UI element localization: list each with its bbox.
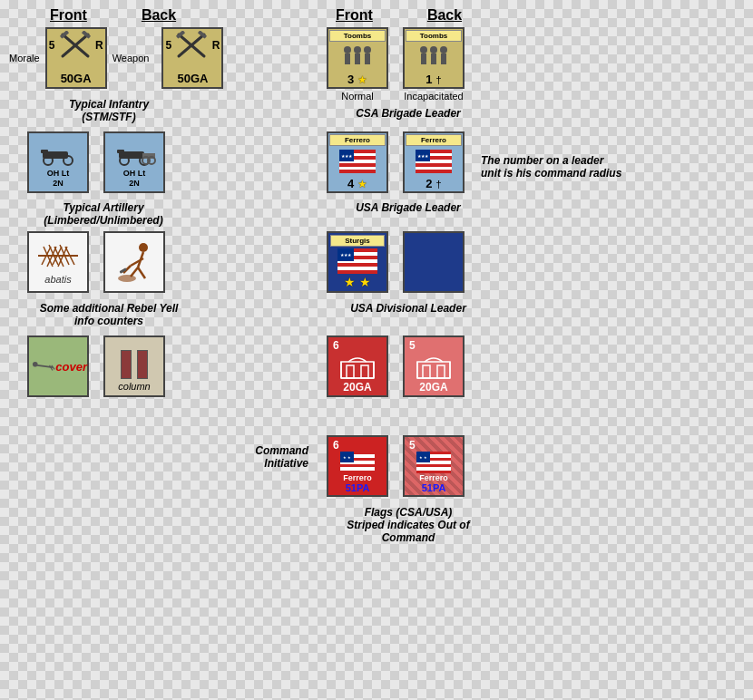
artillery-caption: Typical Artillery xyxy=(13,201,194,214)
abatis-counter: abatis xyxy=(27,231,89,293)
csa-front-stars: ★ xyxy=(357,73,367,86)
svg-point-8 xyxy=(344,46,351,53)
ga-building-icon xyxy=(337,353,377,380)
svg-line-44 xyxy=(138,267,145,278)
cover-label: cover xyxy=(55,360,87,374)
artillery-limbered: OH Lt 2N xyxy=(27,131,89,193)
usa-div-name-banner: Sturgis xyxy=(330,235,385,247)
usa-flag-back: ★★★ xyxy=(416,150,452,173)
rebel-yell-counter xyxy=(103,231,165,293)
command-label2: Initiative xyxy=(181,457,308,470)
flag-back-flag: ★★ xyxy=(416,452,451,473)
flag-front-unit: Ferrero xyxy=(343,473,372,482)
flags-caption2: Striped indicates Out of Command xyxy=(327,519,490,544)
art-back-label1: OH Lt xyxy=(123,169,146,180)
ga-front-unit: 20GA xyxy=(343,381,371,394)
usa-brig-front-stars: ★ xyxy=(357,178,367,190)
leader-radius-note1: The number on a leader xyxy=(481,154,626,167)
artillery-unlimbered: OH Lt 2N xyxy=(103,131,165,193)
usa-div-stars: ★ ★ xyxy=(344,275,371,289)
morale-label: Morale xyxy=(9,53,40,63)
usa-div-leader: Sturgis ★★★ ★ ★ xyxy=(327,231,388,293)
infantry-front-morale: 5 xyxy=(49,39,55,52)
flags-caption1: Flags (CSA/USA) xyxy=(327,506,490,519)
digging-person-icon xyxy=(111,238,158,286)
artillery-caption2: (Limbered/Unlimbered) xyxy=(13,214,194,227)
svg-point-10 xyxy=(354,46,361,53)
csa-name-banner-front: Toombs xyxy=(329,30,386,42)
csa-front-number: 3 xyxy=(347,73,354,86)
ga-front-counter: 6 20GA xyxy=(327,335,388,397)
flag-front-num: 6 xyxy=(333,439,339,452)
header-front-right: Front xyxy=(336,7,373,24)
svg-point-49 xyxy=(33,362,38,367)
svg-point-41 xyxy=(139,243,148,252)
header-back-right: Back xyxy=(427,7,462,24)
art-front-label2: 2N xyxy=(47,179,70,190)
flag-front-subunit: 51PA xyxy=(346,482,370,493)
usa-brig-front-num: 4 xyxy=(347,177,354,190)
flag-back-counter: 5 ★★ Ferrero 51PA xyxy=(403,435,465,497)
svg-point-48 xyxy=(118,275,136,282)
svg-rect-25 xyxy=(117,150,124,153)
infantry-front-counter: 5 R 50GA xyxy=(45,27,107,89)
infantry-back-morale: 5 xyxy=(165,39,171,52)
usa-brig-leader-back: Ferrero ★★★ 2 † xyxy=(403,131,465,193)
usa-brig-leader-front: Ferrero ★★★ 4 ★ xyxy=(327,131,388,193)
svg-point-12 xyxy=(364,46,371,53)
csa-back-dagger: † xyxy=(436,74,442,85)
infantry-front-unit: 50GA xyxy=(61,72,92,85)
usa-flag-front: ★★★ xyxy=(339,150,376,173)
svg-rect-54 xyxy=(347,365,354,378)
command-label1: Command xyxy=(181,444,308,457)
usa-brig-name-front: Ferrero xyxy=(329,134,386,146)
svg-point-16 xyxy=(430,46,437,53)
crossed-rifles-back-icon xyxy=(171,31,211,60)
svg-rect-19 xyxy=(441,53,446,64)
infantry-back-weapon: R xyxy=(212,39,220,52)
usa-brig-caption: USA Brigade Leader xyxy=(327,201,490,214)
additional-caption: Some additional Rebel Yell xyxy=(18,302,200,315)
abatis-icon xyxy=(34,239,82,274)
cannon-icon xyxy=(35,139,81,166)
usa-div-caption: USA Divisional Leader xyxy=(327,302,490,315)
svg-rect-55 xyxy=(361,365,368,378)
ga-back-num: 5 xyxy=(409,339,416,352)
infantry-back-unit: 50GA xyxy=(177,72,208,85)
leader-radius-note2: unit is his command radius xyxy=(481,167,626,180)
abatis-label: abatis xyxy=(44,274,71,285)
svg-point-14 xyxy=(420,46,427,53)
crossed-rifles-icon xyxy=(55,31,95,60)
usa-div-flag: ★★★ xyxy=(337,248,377,274)
usa-brig-back-dagger: † xyxy=(436,179,442,190)
art-front-label1: OH Lt xyxy=(47,169,70,180)
person-prone-icon xyxy=(29,346,55,386)
weapon-label: Weapon xyxy=(112,53,150,63)
svg-rect-15 xyxy=(421,53,426,64)
csa-leader-caption: CSA Brigade Leader xyxy=(327,107,490,120)
usa-brig-back-num: 2 xyxy=(425,177,432,190)
svg-line-45 xyxy=(131,258,143,266)
flag-back-num: 5 xyxy=(409,439,416,452)
svg-rect-61 xyxy=(437,365,445,378)
svg-line-43 xyxy=(131,267,138,277)
svg-rect-11 xyxy=(355,53,360,64)
svg-rect-60 xyxy=(423,365,430,378)
csa-name-banner-back: Toombs xyxy=(406,30,462,42)
flag-back-subunit: 51PA xyxy=(422,482,446,493)
cannon-unlimbered-icon xyxy=(112,139,157,166)
svg-rect-17 xyxy=(431,53,436,64)
column-counter: column xyxy=(103,335,165,397)
svg-rect-21 xyxy=(41,150,48,153)
ga-building-back-icon xyxy=(414,353,454,380)
csa-leader-back: Toombs 1 † xyxy=(403,27,465,89)
svg-rect-47 xyxy=(120,267,127,274)
header-front-left: Front xyxy=(50,7,87,24)
usa-div-leader-back-empty xyxy=(403,231,465,293)
csa-normal-label: Normal xyxy=(341,91,373,102)
svg-point-18 xyxy=(440,46,447,53)
infantry-caption2: (STM/STF) xyxy=(27,111,191,123)
additional-caption2: info counters xyxy=(18,315,200,327)
ga-back-unit: 20GA xyxy=(419,381,447,394)
flag-front-flag: ★★ xyxy=(340,452,375,473)
